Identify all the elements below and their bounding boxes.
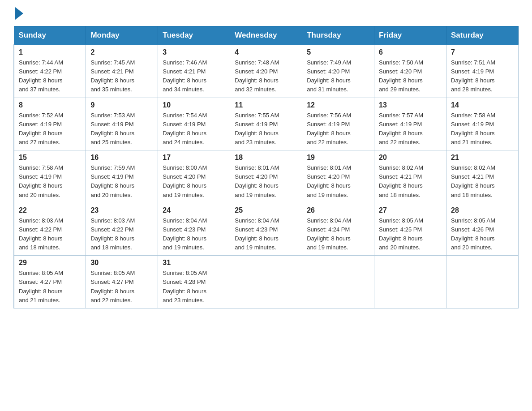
day-info: Sunrise: 7:55 AMSunset: 4:19 PMDaylight:… (235, 112, 279, 146)
calendar-day-cell: 31 Sunrise: 8:05 AMSunset: 4:28 PMDaylig… (158, 256, 230, 308)
calendar-week-row: 29 Sunrise: 8:05 AMSunset: 4:27 PMDaylig… (14, 256, 519, 308)
weekday-header-tuesday: Tuesday (158, 26, 230, 45)
day-info: Sunrise: 8:04 AMSunset: 4:24 PMDaylight:… (307, 217, 351, 251)
day-number: 10 (163, 101, 225, 109)
day-info: Sunrise: 7:57 AMSunset: 4:19 PMDaylight:… (379, 112, 423, 146)
day-info: Sunrise: 8:04 AMSunset: 4:23 PMDaylight:… (235, 217, 279, 251)
calendar-day-cell: 5 Sunrise: 7:49 AMSunset: 4:20 PMDayligh… (302, 45, 374, 98)
day-info: Sunrise: 8:05 AMSunset: 4:27 PMDaylight:… (90, 270, 135, 303)
calendar-day-cell: 14 Sunrise: 7:58 AMSunset: 4:19 PMDaylig… (446, 98, 519, 150)
calendar-day-cell: 21 Sunrise: 8:02 AMSunset: 4:21 PMDaylig… (446, 150, 519, 203)
calendar-day-cell: 12 Sunrise: 7:56 AMSunset: 4:19 PMDaylig… (302, 98, 374, 150)
calendar-day-cell: 23 Sunrise: 8:03 AMSunset: 4:22 PMDaylig… (86, 203, 158, 256)
day-number: 5 (307, 48, 369, 56)
calendar-table: SundayMondayTuesdayWednesdayThursdayFrid… (13, 26, 519, 308)
calendar-day-cell: 11 Sunrise: 7:55 AMSunset: 4:19 PMDaylig… (230, 98, 302, 150)
empty-cell (374, 256, 446, 308)
calendar-day-cell: 19 Sunrise: 8:01 AMSunset: 4:20 PMDaylig… (302, 150, 374, 203)
calendar-day-cell: 28 Sunrise: 8:05 AMSunset: 4:26 PMDaylig… (446, 203, 519, 256)
day-info: Sunrise: 8:05 AMSunset: 4:25 PMDaylight:… (379, 217, 423, 251)
calendar-day-cell: 9 Sunrise: 7:53 AMSunset: 4:19 PMDayligh… (86, 98, 158, 150)
weekday-header-thursday: Thursday (302, 26, 374, 45)
empty-cell (230, 256, 302, 308)
weekday-header-wednesday: Wednesday (230, 26, 302, 45)
day-info: Sunrise: 8:01 AMSunset: 4:20 PMDaylight:… (235, 164, 279, 198)
day-info: Sunrise: 7:45 AMSunset: 4:21 PMDaylight:… (90, 59, 135, 93)
logo (13, 9, 23, 17)
day-info: Sunrise: 7:54 AMSunset: 4:19 PMDaylight:… (163, 112, 207, 146)
day-number: 3 (163, 48, 225, 56)
day-number: 31 (163, 259, 225, 267)
day-number: 19 (307, 154, 369, 162)
calendar-day-cell: 29 Sunrise: 8:05 AMSunset: 4:27 PMDaylig… (14, 256, 86, 308)
day-info: Sunrise: 8:05 AMSunset: 4:28 PMDaylight:… (163, 270, 207, 303)
day-number: 28 (451, 206, 514, 214)
calendar-day-cell: 4 Sunrise: 7:48 AMSunset: 4:20 PMDayligh… (230, 45, 302, 98)
calendar-day-cell: 13 Sunrise: 7:57 AMSunset: 4:19 PMDaylig… (374, 98, 446, 150)
day-info: Sunrise: 7:52 AMSunset: 4:19 PMDaylight:… (19, 112, 63, 146)
day-number: 22 (19, 206, 81, 214)
day-info: Sunrise: 7:58 AMSunset: 4:19 PMDaylight:… (19, 164, 63, 198)
day-number: 7 (451, 48, 514, 56)
calendar-day-cell: 7 Sunrise: 7:51 AMSunset: 4:19 PMDayligh… (446, 45, 519, 98)
day-number: 17 (163, 154, 225, 162)
day-info: Sunrise: 7:46 AMSunset: 4:21 PMDaylight:… (163, 59, 207, 93)
calendar-day-cell: 30 Sunrise: 8:05 AMSunset: 4:27 PMDaylig… (86, 256, 158, 308)
weekday-header-row: SundayMondayTuesdayWednesdayThursdayFrid… (14, 26, 519, 45)
day-number: 30 (90, 259, 153, 267)
page-header (13, 9, 519, 17)
day-number: 1 (19, 48, 81, 56)
day-info: Sunrise: 8:05 AMSunset: 4:27 PMDaylight:… (19, 270, 63, 303)
calendar-week-row: 1 Sunrise: 7:44 AMSunset: 4:22 PMDayligh… (14, 45, 519, 98)
calendar-day-cell: 10 Sunrise: 7:54 AMSunset: 4:19 PMDaylig… (158, 98, 230, 150)
day-number: 12 (307, 101, 369, 109)
weekday-header-saturday: Saturday (446, 26, 519, 45)
logo-top (13, 9, 23, 20)
calendar-day-cell: 18 Sunrise: 8:01 AMSunset: 4:20 PMDaylig… (230, 150, 302, 203)
calendar-day-cell: 15 Sunrise: 7:58 AMSunset: 4:19 PMDaylig… (14, 150, 86, 203)
calendar-day-cell: 22 Sunrise: 8:03 AMSunset: 4:22 PMDaylig… (14, 203, 86, 256)
day-info: Sunrise: 8:05 AMSunset: 4:26 PMDaylight:… (451, 217, 495, 251)
day-info: Sunrise: 8:04 AMSunset: 4:23 PMDaylight:… (163, 217, 207, 251)
day-number: 2 (90, 48, 153, 56)
day-info: Sunrise: 8:02 AMSunset: 4:21 PMDaylight:… (451, 164, 495, 198)
day-info: Sunrise: 8:03 AMSunset: 4:22 PMDaylight:… (90, 217, 135, 251)
day-number: 14 (451, 101, 514, 109)
day-number: 4 (235, 48, 297, 56)
day-number: 6 (379, 48, 442, 56)
weekday-header-sunday: Sunday (14, 26, 86, 45)
day-number: 11 (235, 101, 297, 109)
day-number: 24 (163, 206, 225, 214)
weekday-header-friday: Friday (374, 26, 446, 45)
calendar-week-row: 8 Sunrise: 7:52 AMSunset: 4:19 PMDayligh… (14, 98, 519, 150)
calendar-day-cell: 25 Sunrise: 8:04 AMSunset: 4:23 PMDaylig… (230, 203, 302, 256)
calendar-day-cell: 27 Sunrise: 8:05 AMSunset: 4:25 PMDaylig… (374, 203, 446, 256)
calendar-day-cell: 1 Sunrise: 7:44 AMSunset: 4:22 PMDayligh… (14, 45, 86, 98)
day-info: Sunrise: 7:50 AMSunset: 4:20 PMDaylight:… (379, 59, 423, 93)
day-info: Sunrise: 7:48 AMSunset: 4:20 PMDaylight:… (235, 59, 279, 93)
calendar-day-cell: 17 Sunrise: 8:00 AMSunset: 4:20 PMDaylig… (158, 150, 230, 203)
day-number: 16 (90, 154, 153, 162)
calendar-day-cell: 6 Sunrise: 7:50 AMSunset: 4:20 PMDayligh… (374, 45, 446, 98)
day-number: 26 (307, 206, 369, 214)
day-number: 27 (379, 206, 442, 214)
day-number: 20 (379, 154, 442, 162)
day-info: Sunrise: 8:00 AMSunset: 4:20 PMDaylight:… (163, 164, 207, 198)
day-number: 18 (235, 154, 297, 162)
calendar-week-row: 15 Sunrise: 7:58 AMSunset: 4:19 PMDaylig… (14, 150, 519, 203)
weekday-header-monday: Monday (86, 26, 158, 45)
day-info: Sunrise: 7:58 AMSunset: 4:19 PMDaylight:… (451, 112, 495, 146)
calendar-day-cell: 2 Sunrise: 7:45 AMSunset: 4:21 PMDayligh… (86, 45, 158, 98)
logo-arrow-icon (15, 7, 23, 20)
calendar-day-cell: 3 Sunrise: 7:46 AMSunset: 4:21 PMDayligh… (158, 45, 230, 98)
calendar-day-cell: 26 Sunrise: 8:04 AMSunset: 4:24 PMDaylig… (302, 203, 374, 256)
calendar-day-cell: 20 Sunrise: 8:02 AMSunset: 4:21 PMDaylig… (374, 150, 446, 203)
day-info: Sunrise: 7:49 AMSunset: 4:20 PMDaylight:… (307, 59, 351, 93)
day-number: 25 (235, 206, 297, 214)
calendar-day-cell: 8 Sunrise: 7:52 AMSunset: 4:19 PMDayligh… (14, 98, 86, 150)
day-info: Sunrise: 7:53 AMSunset: 4:19 PMDaylight:… (90, 112, 135, 146)
day-info: Sunrise: 7:44 AMSunset: 4:22 PMDaylight:… (19, 59, 63, 93)
day-info: Sunrise: 7:59 AMSunset: 4:19 PMDaylight:… (90, 164, 135, 198)
day-number: 23 (90, 206, 153, 214)
empty-cell (446, 256, 519, 308)
